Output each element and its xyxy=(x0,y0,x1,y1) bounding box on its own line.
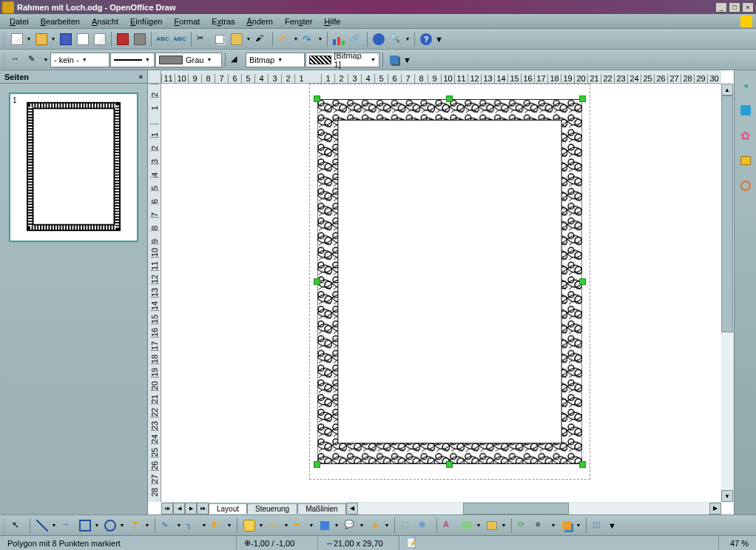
resize-handle-bc[interactable] xyxy=(446,461,453,468)
cut-button[interactable]: ✂ xyxy=(195,31,211,47)
basic-shapes-tool[interactable] xyxy=(241,517,257,534)
flowchart-tool[interactable] xyxy=(317,517,333,534)
line-dropdown[interactable]: ▼ xyxy=(42,52,50,68)
rotate-tool[interactable]: ⟳ xyxy=(516,517,532,534)
edit-doc-button[interactable] xyxy=(92,31,108,47)
callout-tool[interactable]: 💬 xyxy=(342,517,358,534)
chart-button[interactable] xyxy=(331,31,347,47)
drawing-page[interactable] xyxy=(309,84,590,480)
shadow-button[interactable] xyxy=(386,52,402,68)
gluepoints-tool[interactable]: ⊕ xyxy=(416,517,433,534)
line-style-select[interactable]: - kein -▼ xyxy=(50,53,109,67)
print-button[interactable] xyxy=(132,31,148,47)
line-width-select[interactable]: ▼ xyxy=(110,53,155,67)
undo-dropdown[interactable]: ▼ xyxy=(292,31,300,47)
extrusion-tool[interactable]: ◫ xyxy=(590,517,607,534)
resize-handle-tc[interactable] xyxy=(446,95,453,102)
menu-extras[interactable]: Extras xyxy=(206,16,240,27)
arrow-line-tool[interactable]: → xyxy=(59,517,75,534)
from-file-tool[interactable] xyxy=(459,517,475,534)
scroll-right-button[interactable]: ▶ xyxy=(709,503,721,514)
tab-nav-last[interactable]: ⏭ xyxy=(197,503,209,514)
fill-style-select[interactable]: Bitmap▼ xyxy=(246,53,305,67)
status-signature[interactable]: 📝 xyxy=(399,536,415,550)
redo-dropdown[interactable]: ▼ xyxy=(317,31,324,47)
undo-button[interactable]: ↶ xyxy=(276,31,292,47)
menu-bearbeiten[interactable]: Bearbeiten xyxy=(35,16,86,27)
resize-handle-mr[interactable] xyxy=(579,278,586,285)
select-tool[interactable]: ↖ xyxy=(10,517,26,534)
status-zoom[interactable]: 47 % xyxy=(719,536,756,550)
auto-spellcheck-button[interactable]: ABC xyxy=(172,31,188,47)
menu-datei[interactable]: Datei xyxy=(4,16,35,27)
3d-tool[interactable]: ◧ xyxy=(209,517,226,534)
paste-button[interactable] xyxy=(229,31,245,47)
redo-button[interactable]: ↷ xyxy=(300,31,317,47)
resize-handle-bl[interactable] xyxy=(314,461,320,468)
gallery-icon[interactable]: ◂ xyxy=(738,78,753,93)
text-tool[interactable]: T xyxy=(127,517,144,534)
menu-hilfe[interactable]: Hilfe xyxy=(318,16,346,27)
scroll-up-button[interactable]: ▲ xyxy=(721,84,733,95)
scroll-left-button[interactable]: ◀ xyxy=(346,503,358,514)
star-tool[interactable]: ★ xyxy=(367,517,383,534)
scroll-h-thumb[interactable] xyxy=(463,503,569,514)
line-color-select[interactable]: Grau▼ xyxy=(155,53,222,67)
scroll-v-track[interactable] xyxy=(721,95,733,490)
scroll-down-button[interactable]: ▼ xyxy=(721,490,733,502)
picture-icon[interactable] xyxy=(738,153,753,168)
zoom-dropdown[interactable]: ▼ xyxy=(404,31,411,47)
tab-nav-next[interactable]: ▶ xyxy=(185,503,197,514)
curve-tool[interactable]: ∿ xyxy=(159,517,175,534)
mail-button[interactable] xyxy=(75,31,91,47)
rectangle-tool[interactable] xyxy=(77,517,93,534)
line-tool[interactable] xyxy=(34,517,50,534)
toolbar-handle[interactable] xyxy=(2,518,7,533)
format-paintbrush-button[interactable]: 🖌 xyxy=(253,31,269,47)
menu-einfuegen[interactable]: Einfügen xyxy=(124,16,168,27)
ellipse-tool[interactable] xyxy=(102,517,118,534)
vertical-ruler[interactable]: 2112345678910111213141516171819202122232… xyxy=(148,84,161,502)
fontwork-tool[interactable]: A xyxy=(441,517,457,534)
ornate-frame-polygon[interactable] xyxy=(317,99,582,464)
pages-panel-close-icon[interactable]: × xyxy=(139,73,143,81)
menu-ansicht[interactable]: Ansicht xyxy=(86,16,124,27)
scroll-h-track[interactable] xyxy=(358,503,709,514)
pages-icon[interactable] xyxy=(738,103,753,118)
symbol-shapes-tool[interactable]: ☺ xyxy=(266,517,283,534)
area-button[interactable]: ◢ xyxy=(229,52,245,68)
toolbar2-overflow[interactable]: ▼ xyxy=(403,56,411,64)
canvas-viewport[interactable] xyxy=(161,84,721,502)
zoom-button[interactable]: 🔍 xyxy=(388,31,404,47)
arrange-tool[interactable] xyxy=(558,517,575,534)
resize-handle-br[interactable] xyxy=(579,461,586,468)
copy-button[interactable] xyxy=(212,31,228,47)
align-tool[interactable]: ≡ xyxy=(533,517,550,534)
styles-icon[interactable]: ✿ xyxy=(738,128,753,143)
toolbar-overflow[interactable]: ▼ xyxy=(435,35,443,44)
tab-nav-prev[interactable]: ◀ xyxy=(173,503,185,514)
selected-object[interactable] xyxy=(317,99,582,464)
tab-steuerung[interactable]: Steuerung xyxy=(247,503,297,514)
toolbar-handle[interactable] xyxy=(2,53,7,67)
resize-handle-tl[interactable] xyxy=(314,95,320,102)
open-dropdown[interactable]: ▼ xyxy=(50,31,57,47)
navigator-button[interactable] xyxy=(371,31,387,47)
drawing-toolbar-overflow[interactable]: ▼ xyxy=(608,521,616,530)
fill-bitmap-select[interactable]: [Bitmap 1]▼ xyxy=(306,53,379,67)
tab-layout[interactable]: Layout xyxy=(209,503,247,514)
tab-nav-first[interactable]: ⏮ xyxy=(161,503,173,514)
toolbar-handle[interactable] xyxy=(2,32,7,47)
help-button[interactable]: ? xyxy=(418,31,434,47)
resize-handle-ml[interactable] xyxy=(314,278,320,285)
close-button[interactable]: × xyxy=(742,2,754,13)
page-thumbnail[interactable]: 1 xyxy=(9,93,138,242)
save-button[interactable] xyxy=(58,31,74,47)
arrow-style-button[interactable]: ↔ xyxy=(9,52,25,68)
connector-tool[interactable]: ┐ xyxy=(184,517,200,534)
export-pdf-button[interactable] xyxy=(115,31,131,47)
menu-aendern[interactable]: Ändern xyxy=(241,16,279,27)
resize-handle-tr[interactable] xyxy=(579,95,586,102)
horizontal-ruler[interactable]: 1110987654321123456789101112131415161718… xyxy=(161,70,721,84)
minimize-button[interactable]: _ xyxy=(715,2,727,13)
